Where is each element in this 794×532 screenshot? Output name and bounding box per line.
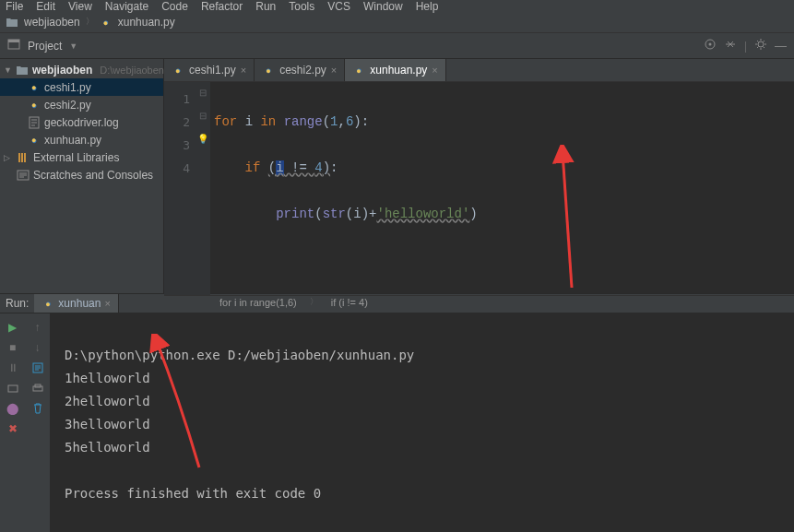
tree-item-ceshi1[interactable]: ceshi1.py bbox=[0, 78, 163, 96]
console-line: 2helloworld bbox=[65, 394, 150, 408]
run-tab-xunhuan[interactable]: xunhuan × bbox=[34, 294, 118, 313]
down-icon[interactable]: ↓ bbox=[25, 337, 50, 358]
code-editor[interactable]: for i in range(1,6): if (i != 4): print(… bbox=[210, 82, 794, 295]
up-icon[interactable]: ↑ bbox=[25, 317, 50, 337]
chevron-right-icon: 〉 bbox=[310, 296, 318, 308]
breadcrumb-item[interactable]: for i in range(1,6) bbox=[219, 297, 297, 308]
menu-window[interactable]: Window bbox=[363, 0, 403, 13]
console-line: 5helloworld bbox=[65, 440, 150, 455]
dump-icon[interactable] bbox=[0, 378, 25, 398]
editor-tabs: ceshi1.py × ceshi2.py × xunhuan.py × bbox=[164, 59, 794, 82]
pause-icon[interactable]: ⏸ bbox=[0, 358, 25, 378]
menu-view[interactable]: View bbox=[68, 0, 92, 13]
tab-xunhuan[interactable]: xunhuan.py × bbox=[345, 59, 446, 81]
line-number: 2 bbox=[164, 111, 190, 134]
menu-tools[interactable]: Tools bbox=[289, 0, 314, 13]
python-file-icon bbox=[28, 99, 41, 112]
menu-help[interactable]: Help bbox=[416, 0, 439, 13]
svg-rect-7 bbox=[21, 153, 23, 162]
chevron-down-icon[interactable]: ▼ bbox=[4, 65, 12, 75]
line-number: 1 bbox=[164, 88, 190, 111]
chevron-right-icon[interactable]: ▷ bbox=[4, 153, 13, 162]
python-file-icon bbox=[262, 65, 275, 76]
svg-rect-1 bbox=[8, 40, 19, 42]
menu-run[interactable]: Run bbox=[255, 0, 276, 13]
path-bar: webjiaoben 〉 xunhuan.py bbox=[0, 11, 794, 33]
menu-code[interactable]: Code bbox=[161, 0, 188, 13]
menu-file[interactable]: File bbox=[6, 0, 23, 13]
text-file-icon bbox=[28, 116, 41, 129]
svg-rect-8 bbox=[24, 153, 26, 162]
scratch-icon bbox=[17, 169, 30, 182]
path-project[interactable]: webjiaoben bbox=[24, 16, 80, 29]
hide-icon[interactable]: — bbox=[775, 39, 787, 53]
close-icon[interactable]: × bbox=[241, 65, 246, 76]
breadcrumb-item[interactable]: if (i != 4) bbox=[331, 297, 368, 308]
project-label[interactable]: Project bbox=[28, 40, 62, 53]
library-icon bbox=[17, 151, 30, 164]
rerun-icon[interactable]: ▶ bbox=[0, 317, 25, 337]
bulb-icon[interactable]: 💡 bbox=[196, 134, 210, 157]
folder-icon bbox=[6, 16, 18, 29]
run-panel: ▶ ↑ ■ ↓ ⏸ ⬤ ✖ D:\python\python.exe D:/we… bbox=[0, 313, 794, 532]
collapse-icon[interactable] bbox=[724, 38, 737, 53]
print-icon[interactable] bbox=[25, 378, 50, 398]
fold-toggle[interactable]: ⊟ bbox=[196, 111, 210, 134]
folder-icon bbox=[16, 64, 29, 77]
run-label: Run: bbox=[0, 297, 34, 310]
python-file-icon bbox=[28, 134, 41, 147]
exit-icon[interactable]: ✖ bbox=[0, 419, 25, 439]
close-icon[interactable]: × bbox=[331, 65, 337, 76]
stop-icon[interactable]: ■ bbox=[0, 337, 25, 358]
path-file[interactable]: xunhuan.py bbox=[118, 16, 175, 29]
bug-icon[interactable]: ⬤ bbox=[0, 398, 25, 419]
tree-external-libraries[interactable]: ▷ External Libraries bbox=[0, 148, 163, 166]
tree-item-xunhuan[interactable]: xunhuan.py bbox=[0, 131, 163, 148]
close-icon[interactable]: × bbox=[104, 298, 110, 309]
run-gutter: ▶ ↑ ■ ↓ ⏸ ⬤ ✖ bbox=[0, 313, 50, 532]
svg-rect-6 bbox=[18, 153, 20, 162]
menu-bar: File Edit View Navigate Code Refactor Ru… bbox=[0, 0, 794, 11]
console-line: 1helloworld bbox=[65, 371, 150, 385]
console-line: 3helloworld bbox=[65, 417, 150, 432]
project-toolbar: Project ▼ | — bbox=[0, 33, 794, 59]
locate-icon[interactable] bbox=[704, 38, 717, 53]
soft-wrap-icon[interactable] bbox=[25, 358, 50, 378]
tree-item-ceshi2[interactable]: ceshi2.py bbox=[0, 96, 163, 113]
fold-gutter: ⊟ ⊟ 💡 bbox=[196, 82, 210, 295]
python-file-icon bbox=[41, 298, 54, 309]
tree-root[interactable]: ▼ webjiaoben D:\webjiaoben bbox=[0, 61, 163, 78]
tree-scratches[interactable]: Scratches and Consoles bbox=[0, 166, 163, 183]
line-number: 4 bbox=[164, 157, 190, 180]
tab-ceshi1[interactable]: ceshi1.py × bbox=[164, 59, 255, 81]
tab-ceshi2[interactable]: ceshi2.py × bbox=[255, 59, 345, 81]
project-tool-icon[interactable] bbox=[7, 38, 20, 53]
svg-point-4 bbox=[758, 41, 764, 47]
fold-toggle[interactable]: ⊟ bbox=[196, 88, 210, 111]
menu-refactor[interactable]: Refactor bbox=[201, 0, 243, 13]
editor-body[interactable]: 1 2 3 4 ⊟ ⊟ 💡 for i in range(1,6): if (i… bbox=[164, 82, 794, 295]
trash-icon[interactable] bbox=[25, 398, 50, 419]
python-file-icon bbox=[352, 65, 365, 76]
svg-point-3 bbox=[708, 43, 711, 46]
editor-area: ceshi1.py × ceshi2.py × xunhuan.py × 1 2… bbox=[164, 59, 794, 293]
python-file-icon bbox=[28, 81, 41, 94]
menu-vcs[interactable]: VCS bbox=[327, 0, 350, 13]
settings-icon[interactable] bbox=[754, 38, 767, 53]
tree-item-geckodriver[interactable]: geckodriver.log bbox=[0, 113, 163, 131]
dropdown-icon[interactable]: ▼ bbox=[69, 41, 77, 51]
breadcrumb: for i in range(1,6) 〉 if (i != 4) bbox=[164, 295, 794, 308]
python-file-icon bbox=[100, 17, 113, 28]
console-output[interactable]: D:\python\python.exe D:/webjiaoben/xunhu… bbox=[50, 313, 794, 532]
svg-rect-11 bbox=[8, 385, 18, 392]
console-line: Process finished with exit code 0 bbox=[65, 486, 321, 501]
main-split: ▼ webjiaoben D:\webjiaoben ceshi1.py ces… bbox=[0, 59, 794, 293]
python-file-icon bbox=[172, 65, 184, 76]
close-icon[interactable]: × bbox=[432, 65, 437, 76]
menu-edit[interactable]: Edit bbox=[36, 0, 55, 13]
project-tree: ▼ webjiaoben D:\webjiaoben ceshi1.py ces… bbox=[0, 59, 164, 293]
line-gutter: 1 2 3 4 bbox=[164, 82, 196, 295]
divider-icon: | bbox=[744, 40, 747, 53]
menu-navigate[interactable]: Navigate bbox=[105, 0, 148, 13]
line-number: 3 bbox=[164, 134, 190, 157]
